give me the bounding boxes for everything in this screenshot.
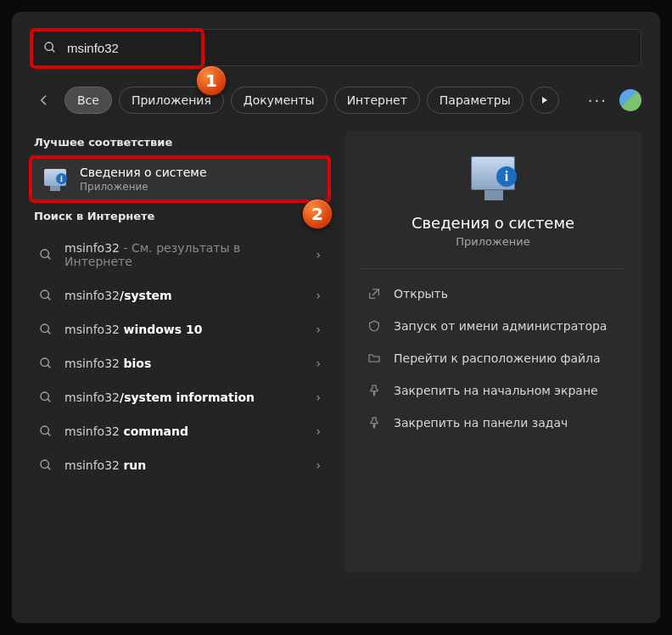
- preview-action[interactable]: Закрепить на начальном экране: [361, 374, 624, 407]
- preview-action[interactable]: Перейти к расположению файла: [361, 342, 624, 374]
- svg-line-9: [48, 365, 50, 368]
- best-match-text: Сведения о системе Приложение: [80, 166, 207, 193]
- right-controls: ···: [588, 87, 641, 114]
- best-match-item[interactable]: i Сведения о системе Приложение: [31, 157, 329, 201]
- action-label: Запуск от имени администратора: [394, 319, 607, 333]
- svg-point-12: [41, 426, 48, 434]
- search-icon: [39, 424, 53, 438]
- filter-documents[interactable]: Документы: [231, 87, 328, 114]
- search-icon: [39, 289, 53, 302]
- chevron-right-icon: ›: [316, 323, 321, 336]
- action-label: Закрепить на панели задач: [394, 416, 568, 430]
- web-result-label: msinfo32 bios: [64, 357, 304, 370]
- action-label: Открыть: [394, 287, 448, 301]
- preview-subtitle: Приложение: [361, 235, 624, 248]
- svg-line-7: [48, 331, 50, 334]
- svg-point-4: [41, 290, 48, 298]
- preview-title: Сведения о системе: [361, 214, 624, 232]
- action-label: Перейти к расположению файла: [394, 351, 601, 365]
- annotation-badge-1: 1: [196, 65, 227, 96]
- more-options[interactable]: ···: [588, 92, 608, 110]
- web-result-item[interactable]: msinfo32 bios›: [31, 346, 329, 380]
- web-heading: Поиск в Интернете: [34, 210, 326, 222]
- svg-line-1: [52, 49, 54, 52]
- svg-line-3: [48, 256, 50, 259]
- search-icon: [39, 248, 53, 261]
- avatar[interactable]: [619, 89, 641, 111]
- web-result-item[interactable]: msinfo32/system›: [31, 278, 329, 312]
- web-results-list: msinfo32 - См. результаты в Интернете›ms…: [31, 231, 329, 482]
- web-result-item[interactable]: msinfo32/system information›: [31, 380, 329, 414]
- search-icon: [39, 323, 53, 336]
- pin-taskbar-icon: [367, 415, 382, 430]
- web-result-label: msinfo32/system information: [64, 391, 304, 404]
- search-icon: [39, 357, 53, 370]
- svg-point-8: [41, 358, 48, 366]
- msinfo-icon: i: [42, 167, 68, 191]
- svg-point-2: [41, 250, 48, 257]
- filter-settings[interactable]: Параметры: [427, 87, 524, 114]
- search-icon: [43, 41, 57, 54]
- divider: [361, 268, 624, 269]
- preview-actions: ОткрытьЗапуск от имени администратораПер…: [361, 278, 624, 439]
- web-result-label: msinfo32 run: [64, 458, 304, 472]
- svg-point-0: [45, 42, 53, 50]
- search-icon: [39, 391, 53, 404]
- back-button[interactable]: [31, 87, 58, 114]
- web-result-item[interactable]: msinfo32 - См. результаты в Интернете›: [31, 231, 329, 278]
- filter-all[interactable]: Все: [64, 87, 112, 114]
- svg-point-14: [41, 460, 48, 468]
- run-admin-icon: [367, 318, 382, 334]
- preview-action[interactable]: Открыть: [361, 278, 624, 310]
- chevron-right-icon: ›: [316, 458, 321, 472]
- svg-line-13: [48, 433, 50, 436]
- filter-row: Все Приложения Документы Интернет Параме…: [31, 87, 641, 114]
- web-result-item[interactable]: msinfo32 command›: [31, 414, 329, 448]
- chevron-right-icon: ›: [316, 289, 321, 302]
- filter-internet[interactable]: Интернет: [334, 87, 420, 114]
- web-result-label: msinfo32 - См. результаты в Интернете: [64, 241, 304, 268]
- content-area: Лучшее соответствие i Сведения о системе…: [31, 131, 641, 572]
- search-input[interactable]: [67, 41, 629, 55]
- best-match-subtitle: Приложение: [80, 181, 207, 193]
- open-icon: [367, 286, 382, 301]
- web-result-label: msinfo32 command: [64, 424, 304, 438]
- preview-pane: i Сведения о системе Приложение ОткрытьЗ…: [344, 131, 641, 572]
- web-result-label: msinfo32 windows 10: [64, 323, 304, 336]
- annotation-badge-2: 2: [302, 199, 333, 229]
- chevron-right-icon: ›: [316, 424, 321, 438]
- best-match-heading: Лучшее соответствие: [34, 136, 326, 149]
- web-result-item[interactable]: msinfo32 run›: [31, 448, 329, 482]
- search-box[interactable]: [31, 29, 641, 66]
- svg-line-11: [48, 399, 50, 402]
- filter-more[interactable]: [530, 87, 559, 114]
- chevron-right-icon: ›: [316, 248, 321, 261]
- chevron-right-icon: ›: [316, 391, 321, 404]
- svg-point-10: [41, 392, 48, 400]
- search-icon: [39, 458, 53, 472]
- search-panel: Все Приложения Документы Интернет Параме…: [12, 12, 660, 623]
- preview-app-icon: i: [468, 153, 518, 200]
- svg-point-6: [41, 324, 48, 332]
- preview-action[interactable]: Запуск от имени администратора: [361, 310, 624, 342]
- preview-action[interactable]: Закрепить на панели задач: [361, 407, 624, 439]
- pin-start-icon: [367, 383, 382, 398]
- folder-icon: [367, 351, 382, 366]
- best-match-title: Сведения о системе: [80, 166, 207, 179]
- web-result-item[interactable]: msinfo32 windows 10›: [31, 312, 329, 346]
- svg-line-5: [48, 297, 50, 300]
- action-label: Закрепить на начальном экране: [394, 384, 598, 397]
- chevron-right-icon: ›: [316, 357, 321, 370]
- results-column: Лучшее соответствие i Сведения о системе…: [31, 131, 329, 572]
- svg-line-15: [48, 467, 50, 469]
- web-result-label: msinfo32/system: [64, 289, 304, 302]
